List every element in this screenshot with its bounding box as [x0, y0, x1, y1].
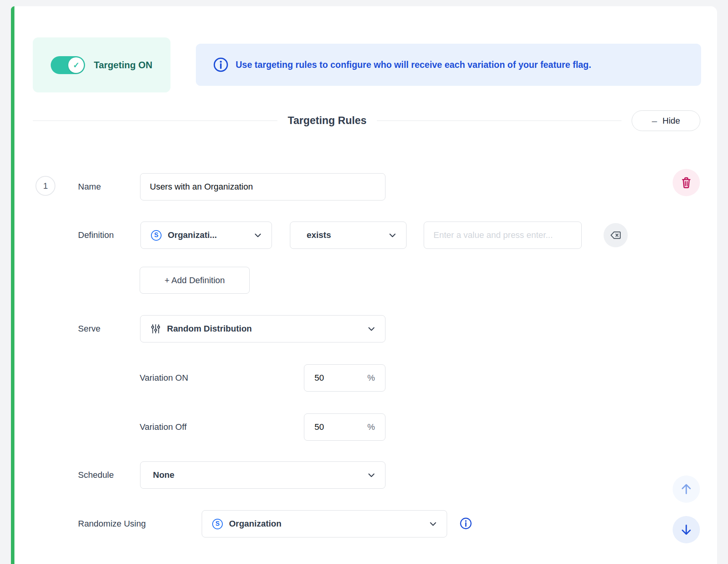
delete-rule-button[interactable] — [673, 169, 700, 196]
chevron-down-icon — [430, 522, 437, 526]
arrow-down-icon — [680, 523, 693, 536]
chevron-down-icon — [368, 327, 375, 331]
randomize-using-label: Randomize Using — [78, 510, 146, 537]
chevron-down-icon — [254, 233, 261, 238]
hide-label: Hide — [662, 116, 680, 126]
variation-on-input[interactable]: 50 % — [304, 364, 385, 392]
attribute-dropdown[interactable]: S Organizati... — [140, 222, 272, 249]
serve-label: Serve — [78, 315, 100, 342]
variation-off-input[interactable]: 50 % — [304, 413, 385, 441]
targeting-card: ✓ Targeting ON Use targeting rules to co… — [11, 6, 717, 564]
percent-sign: % — [367, 422, 375, 432]
banner-text: Use targeting rules to configure who wil… — [236, 60, 591, 70]
arrow-up-icon — [680, 482, 693, 496]
info-icon — [213, 57, 229, 73]
schedule-value: None — [151, 470, 362, 480]
rule-number-badge: 1 — [36, 176, 55, 196]
variation-on-label: Variation ON — [140, 364, 188, 392]
section-header: Targeting Rules – Hide — [33, 110, 700, 131]
move-rule-down-button[interactable] — [673, 516, 700, 543]
serve-value: Random Distribution — [167, 324, 362, 334]
variation-on-value: 50 — [314, 373, 324, 383]
info-icon — [460, 517, 472, 530]
percent-sign: % — [367, 373, 375, 383]
divider-line-left — [33, 121, 277, 121]
randomize-value: Organization — [229, 519, 423, 529]
targeting-toggle[interactable]: ✓ — [51, 56, 85, 74]
backspace-icon — [610, 231, 621, 239]
chevron-down-icon — [389, 233, 396, 238]
name-label: Name — [78, 173, 101, 200]
operator-value: exists — [300, 230, 383, 240]
definition-value-input[interactable] — [424, 222, 582, 249]
info-banner: Use targeting rules to configure who wil… — [196, 44, 701, 86]
divider-line-right — [377, 121, 621, 121]
definition-label: Definition — [78, 222, 114, 249]
targeting-rules-heading: Targeting Rules — [288, 115, 366, 127]
targeting-toggle-box: ✓ Targeting ON — [33, 37, 170, 92]
check-icon: ✓ — [68, 57, 84, 73]
clear-value-button[interactable] — [604, 223, 628, 247]
statsig-s-icon: S — [151, 230, 162, 241]
operator-dropdown[interactable]: exists — [290, 222, 407, 249]
variation-off-value: 50 — [314, 422, 324, 432]
statsig-s-icon: S — [212, 519, 223, 529]
accent-bar — [11, 6, 14, 564]
trash-icon — [680, 176, 692, 189]
chevron-down-icon — [368, 473, 375, 477]
attribute-value: Organizati... — [168, 230, 248, 240]
hide-button[interactable]: – Hide — [632, 110, 700, 131]
variation-off-label: Variation Off — [140, 413, 186, 441]
targeting-status-label: Targeting ON — [94, 60, 152, 71]
add-definition-button[interactable]: + Add Definition — [140, 267, 250, 294]
randomize-dropdown[interactable]: S Organization — [202, 510, 447, 537]
move-rule-up-button[interactable] — [673, 475, 700, 503]
minus-icon: – — [652, 116, 657, 126]
schedule-dropdown[interactable]: None — [140, 461, 385, 489]
schedule-label: Schedule — [78, 461, 114, 489]
sliders-icon — [151, 324, 161, 334]
serve-dropdown[interactable]: Random Distribution — [140, 315, 385, 342]
randomize-info-button[interactable] — [460, 517, 472, 530]
rule-name-input[interactable] — [140, 173, 385, 200]
